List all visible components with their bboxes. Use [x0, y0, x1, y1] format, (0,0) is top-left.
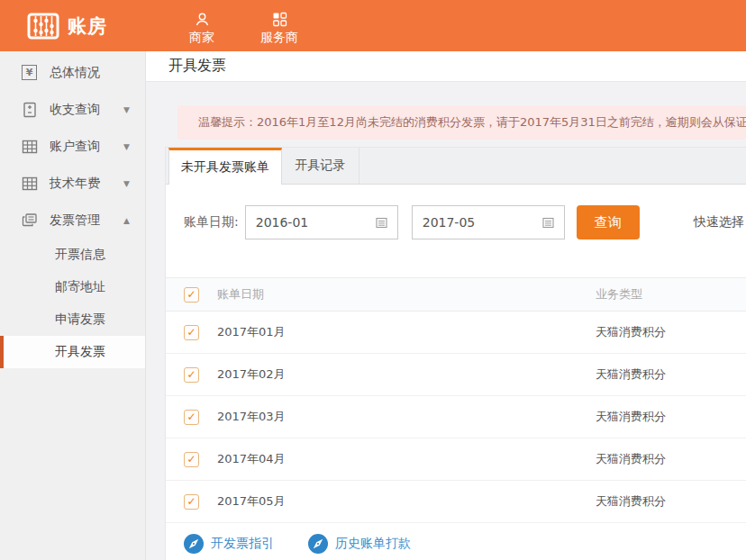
- sidebar-item-income-expense[interactable]: 收支查询 ▼: [0, 91, 145, 128]
- calendar-icon[interactable]: [376, 217, 387, 229]
- page-title: 开具发票: [168, 57, 226, 76]
- table-row: ✓ 2017年03月 天猫消费积分: [166, 396, 746, 438]
- bills-table: ✓ 账单日期 业务类型 ✓ 2017年01月 天猫消费积分 ✓ 2017年02月…: [166, 277, 746, 523]
- sidebar-item-overview[interactable]: ¥ 总体情况: [0, 54, 145, 91]
- calendar-icon[interactable]: [542, 217, 554, 229]
- nav-label: 服务商: [260, 30, 298, 46]
- grid-icon: [272, 12, 287, 27]
- business-type: 天猫消费积分: [596, 409, 666, 425]
- sidebar-item-invoice-management[interactable]: 发票管理 ▲: [0, 202, 145, 239]
- sidebar-subitem-issue-invoice[interactable]: 开具发票: [0, 336, 145, 368]
- row-checkbox[interactable]: ✓: [184, 494, 199, 510]
- chevron-down-icon: ▼: [123, 179, 130, 188]
- chevron-down-icon: ▼: [123, 105, 130, 114]
- guide-compass-icon: [308, 534, 328, 554]
- abacus-icon: [27, 13, 59, 40]
- select-all-checkbox[interactable]: ✓: [184, 287, 199, 303]
- notice-text: 温馨提示：2016年1月至12月尚未完结的消费积分发票，请于2017年5月31日…: [198, 114, 746, 131]
- business-type: 天猫消费积分: [596, 366, 666, 383]
- business-type: 天猫消费积分: [596, 493, 666, 510]
- tab-issue-records[interactable]: 开具记录: [282, 148, 359, 184]
- tab-label: 未开具发票账单: [181, 159, 269, 176]
- sidebar-item-label: 收支查询: [50, 102, 100, 118]
- sidebar-item-label: 总体情况: [50, 65, 100, 81]
- table-row: ✓ 2017年01月 天猫消费积分: [166, 312, 746, 354]
- bill-date: 2017年01月: [217, 324, 596, 340]
- tab-strip: 未开具发票账单 开具记录: [166, 148, 746, 185]
- sidebar: ¥ 总体情况 收支查询 ▼ 账户查询 ▼: [0, 51, 146, 560]
- sidebar-subitem-apply-invoice[interactable]: 申请发票: [0, 303, 145, 336]
- sidebar-item-label: 账户查询: [50, 139, 100, 155]
- invoice-guide-link[interactable]: 开发票指引: [184, 534, 274, 554]
- sidebar-item-account-query[interactable]: 账户查询 ▼: [0, 128, 145, 165]
- query-button[interactable]: 查询: [577, 205, 640, 239]
- row-checkbox[interactable]: ✓: [184, 452, 199, 467]
- tab-label: 开具记录: [296, 158, 346, 174]
- row-checkbox[interactable]: ✓: [184, 410, 199, 425]
- bill-date: 2017年05月: [217, 493, 596, 510]
- sidebar-subitem-label: 申请发票: [55, 312, 105, 328]
- link-label: 历史账单打款: [335, 536, 411, 552]
- nav-item-merchant[interactable]: 商家: [163, 6, 241, 46]
- chevron-down-icon: ▼: [123, 142, 130, 151]
- sidebar-subitem-label: 邮寄地址: [55, 279, 105, 295]
- date-to-input[interactable]: 2017-05: [412, 205, 565, 239]
- bill-date: 2017年02月: [217, 366, 596, 383]
- sidebar-subitem-invoice-info[interactable]: 开票信息: [0, 239, 145, 271]
- top-nav: 商家 服务商: [163, 6, 318, 46]
- guide-compass-icon: [184, 534, 204, 554]
- date-from-input[interactable]: 2016-01: [245, 205, 398, 239]
- sidebar-subitem-label: 开具发票: [55, 344, 105, 360]
- footer-links: 开发票指引 历史账单打款: [184, 534, 746, 554]
- user-icon: [195, 12, 210, 27]
- business-type: 天猫消费积分: [596, 324, 666, 340]
- table-row: ✓ 2017年05月 天猫消费积分: [166, 481, 746, 523]
- content-card: 未开具发票账单 开具记录 账单日期: 2016-01 2017-05: [165, 147, 746, 560]
- tab-unissued-bills[interactable]: 未开具发票账单: [168, 148, 282, 185]
- warning-notice: 温馨提示：2016年1月至12月尚未完结的消费积分发票，请于2017年5月31日…: [177, 105, 746, 140]
- document-plus-icon: [21, 101, 38, 118]
- date-from-value: 2016-01: [256, 215, 309, 230]
- row-checkbox[interactable]: ✓: [184, 325, 199, 340]
- bill-date: 2017年04月: [217, 451, 596, 467]
- nav-label: 商家: [189, 30, 214, 46]
- table-grid-icon: [21, 138, 38, 155]
- table-row: ✓ 2017年02月 天猫消费积分: [166, 354, 746, 396]
- business-type: 天猫消费积分: [596, 451, 666, 467]
- sidebar-subitem-label: 开票信息: [55, 247, 105, 263]
- stacked-pages-icon: [21, 212, 38, 229]
- date-to-value: 2017-05: [423, 215, 476, 230]
- brand-name: 账房: [68, 14, 107, 39]
- sidebar-item-tech-fee[interactable]: 技术年费 ▼: [0, 165, 145, 202]
- filter-bar: 账单日期: 2016-01 2017-05 查询: [184, 205, 746, 239]
- sidebar-item-label: 发票管理: [50, 212, 100, 229]
- table-grid-icon: [21, 175, 38, 192]
- sidebar-subitem-mailing-address[interactable]: 邮寄地址: [0, 271, 145, 303]
- column-header-date: 账单日期: [217, 286, 596, 303]
- nav-item-service-provider[interactable]: 服务商: [241, 6, 318, 46]
- quick-select-label: 快速选择: [694, 214, 744, 230]
- chevron-up-icon: ▲: [123, 216, 130, 225]
- table-row: ✓ 2017年04月 天猫消费积分: [166, 438, 746, 481]
- history-payment-link[interactable]: 历史账单打款: [308, 534, 411, 554]
- main-content: 开具发票 温馨提示：2016年1月至12月尚未完结的消费积分发票，请于2017年…: [146, 51, 746, 560]
- app-logo[interactable]: 账房: [27, 13, 107, 40]
- table-header-row: ✓ 账单日期 业务类型: [166, 277, 746, 312]
- app-header: 账房 商家 服务商: [0, 0, 746, 51]
- row-checkbox[interactable]: ✓: [184, 367, 199, 383]
- page-title-bar: 开具发票: [146, 51, 746, 82]
- bill-date-label: 账单日期:: [184, 214, 239, 230]
- column-header-type: 业务类型: [596, 286, 642, 303]
- sidebar-item-label: 技术年费: [50, 176, 100, 192]
- link-label: 开发票指引: [211, 536, 274, 552]
- bill-date: 2017年03月: [217, 409, 596, 425]
- yen-box-icon: ¥: [21, 64, 38, 81]
